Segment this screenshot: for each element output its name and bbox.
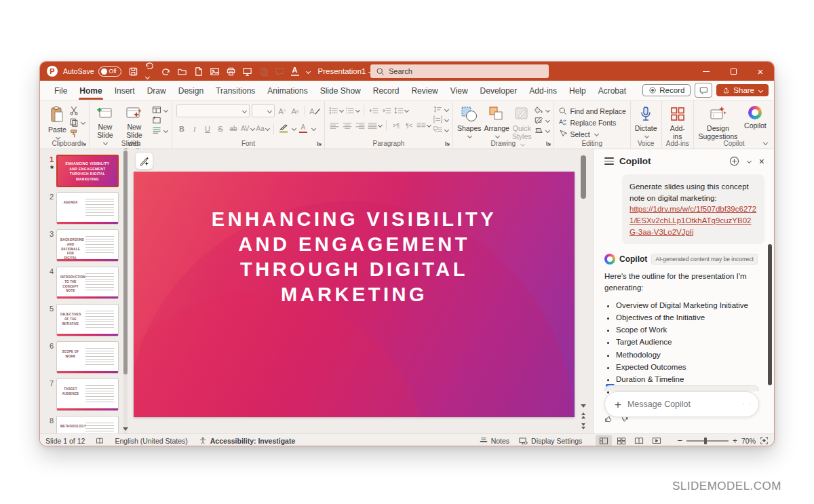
slide-3-thumbnail[interactable]: BACKGROUND AND RATIONALE FOR DIGITAL MAR… bbox=[56, 229, 119, 262]
justify-button[interactable] bbox=[368, 119, 382, 131]
dictate-button[interactable]: Dictate bbox=[635, 104, 657, 138]
copilot-button[interactable]: Copilot bbox=[741, 104, 770, 130]
character-spacing-button[interactable]: AV bbox=[241, 123, 254, 134]
scroll-down-arrow-icon[interactable] bbox=[581, 404, 586, 408]
normal-view-button[interactable] bbox=[596, 435, 612, 447]
tab-view[interactable]: View bbox=[444, 81, 474, 100]
cut-button[interactable] bbox=[69, 106, 85, 115]
align-right-button[interactable] bbox=[355, 119, 366, 131]
convert-to-smartart-button[interactable] bbox=[433, 125, 448, 134]
add-attachment-icon[interactable]: + bbox=[615, 399, 621, 410]
thumbnail-scrollbar-thumb[interactable] bbox=[123, 151, 128, 374]
columns-button[interactable] bbox=[416, 119, 431, 131]
copilot-scrollbar-thumb[interactable] bbox=[768, 244, 772, 385]
align-text-button[interactable] bbox=[433, 115, 448, 123]
search-box[interactable] bbox=[370, 64, 549, 78]
slideshow-view-button[interactable] bbox=[648, 435, 665, 447]
spellcheck-book-icon[interactable] bbox=[96, 437, 104, 445]
clipboard-dialog-launcher-icon[interactable] bbox=[81, 141, 87, 147]
user-message-link[interactable]: https://1drv.ms/w/c/1f507dbf39c62721/ESX… bbox=[629, 205, 756, 235]
print-icon[interactable] bbox=[226, 66, 236, 77]
previous-slide-button[interactable] bbox=[581, 412, 585, 419]
save-icon[interactable] bbox=[128, 66, 138, 77]
strikethrough-button[interactable]: S bbox=[215, 123, 226, 134]
message-copilot-input[interactable] bbox=[627, 400, 737, 409]
web-globe-icon[interactable] bbox=[743, 399, 743, 410]
tab-draw[interactable]: Draw bbox=[141, 81, 172, 100]
open-folder-icon[interactable] bbox=[177, 66, 187, 77]
bold-button[interactable]: B bbox=[176, 123, 187, 134]
zoom-slider-thumb[interactable] bbox=[704, 438, 707, 444]
shapes-button[interactable]: Shapes bbox=[457, 104, 482, 138]
highlight-pen-button[interactable] bbox=[278, 123, 289, 134]
font-size-select[interactable] bbox=[252, 104, 275, 117]
search-input[interactable] bbox=[389, 67, 524, 75]
thumbnail-item-7[interactable]: 7 TARGET AUDIENCE bbox=[43, 379, 130, 411]
tab-acrobat[interactable]: Acrobat bbox=[592, 81, 632, 100]
reset-slide-button[interactable] bbox=[152, 116, 168, 124]
select-button[interactable]: Select bbox=[558, 130, 626, 138]
tab-design[interactable]: Design bbox=[172, 81, 210, 100]
italic-button[interactable]: I bbox=[189, 123, 200, 134]
slide-sorter-view-button[interactable] bbox=[613, 435, 629, 447]
microphone-icon[interactable] bbox=[750, 400, 750, 410]
font-dialog-launcher-icon[interactable] bbox=[317, 141, 322, 147]
slide-layout-button[interactable] bbox=[152, 106, 168, 114]
zoom-slider[interactable] bbox=[686, 440, 729, 442]
paragraph-dialog-launcher-icon[interactable] bbox=[445, 141, 450, 147]
text-direction-button[interactable] bbox=[433, 105, 448, 113]
canvas-scrollbar-thumb[interactable] bbox=[581, 155, 586, 199]
new-slide-button[interactable]: New Slide bbox=[94, 104, 117, 144]
thumbnail-item-3[interactable]: 3 BACKGROUND AND RATIONALE FOR DIGITAL M… bbox=[43, 229, 130, 262]
tab-file[interactable]: File bbox=[48, 81, 73, 100]
shape-effects-button[interactable] bbox=[535, 126, 549, 134]
menu-hamburger-icon[interactable] bbox=[604, 157, 614, 165]
slide-8-thumbnail[interactable]: METHODOLOGY bbox=[56, 416, 119, 433]
thumbnail-item-4[interactable]: 4 INTRODUCTION TO THE CONCEPT NOTE bbox=[43, 267, 130, 299]
text-shadow-button[interactable]: ab bbox=[228, 123, 239, 134]
canvas-scrollbar[interactable] bbox=[580, 153, 587, 431]
underline-button[interactable]: U bbox=[202, 123, 213, 134]
change-case-button[interactable]: Aa bbox=[256, 123, 269, 134]
new-chat-icon[interactable] bbox=[729, 156, 739, 166]
zoom-out-button[interactable]: − bbox=[677, 435, 682, 446]
format-painter-button[interactable] bbox=[69, 129, 85, 138]
zoom-level[interactable]: 70% bbox=[741, 437, 756, 445]
copy-button[interactable] bbox=[69, 117, 85, 127]
grow-font-button[interactable]: A^ bbox=[277, 105, 288, 117]
fit-slide-to-window-icon[interactable] bbox=[760, 436, 769, 445]
customize-qat-chevron-icon[interactable] bbox=[306, 69, 311, 73]
font-color-icon[interactable]: A bbox=[291, 66, 299, 77]
decrease-indent-button[interactable] bbox=[368, 104, 379, 116]
tab-transitions[interactable]: Transitions bbox=[210, 81, 261, 100]
panel-chevron-down-icon[interactable] bbox=[747, 159, 752, 163]
present-icon[interactable] bbox=[242, 66, 252, 77]
slide-5-thumbnail[interactable]: OBJECTIVES OF THE INITIATIVE bbox=[56, 304, 119, 336]
copilot-input-box[interactable]: + bbox=[604, 391, 759, 417]
slide-1-thumbnail[interactable]: ENHANCING VISIBILITY AND ENGAGEMENT THRO… bbox=[56, 155, 119, 187]
tab-home[interactable]: Home bbox=[73, 81, 108, 100]
rtl-direction-button[interactable]: ¶< bbox=[404, 119, 414, 131]
thumbnail-item-1[interactable]: 1* ENHANCING VISIBILITY AND ENGAGEMENT T… bbox=[43, 155, 130, 187]
slide-title-text[interactable]: ENHANCING VISIBILITY AND ENGAGEMENT THRO… bbox=[164, 207, 544, 307]
new-file-icon[interactable] bbox=[193, 66, 204, 77]
slide-indicator[interactable]: Slide 1 of 12 bbox=[45, 437, 85, 445]
copilot-designer-button[interactable] bbox=[135, 152, 153, 170]
minimize-button[interactable] bbox=[693, 62, 720, 81]
slide-7-thumbnail[interactable]: TARGET AUDIENCE bbox=[56, 379, 119, 411]
tab-record[interactable]: Record bbox=[367, 81, 406, 100]
autosave-toggle[interactable]: Off bbox=[98, 66, 121, 77]
undo-icon[interactable] bbox=[144, 61, 155, 83]
numbering-button[interactable] bbox=[345, 104, 360, 116]
slide-6-thumbnail[interactable]: SCOPE OF WORK bbox=[56, 341, 119, 374]
tab-help[interactable]: Help bbox=[563, 81, 592, 100]
thumbnail-scrollbar[interactable] bbox=[123, 149, 128, 433]
scroll-down-arrow-icon[interactable] bbox=[123, 427, 128, 431]
reading-view-button[interactable] bbox=[631, 435, 647, 447]
tab-insert[interactable]: Insert bbox=[109, 81, 141, 100]
arrange-button[interactable]: Arrange bbox=[484, 104, 509, 138]
tab-add-ins[interactable]: Add-ins bbox=[523, 81, 563, 100]
replace-fonts-button[interactable]: Replace Fonts bbox=[558, 118, 626, 127]
shrink-font-button[interactable]: Av bbox=[290, 105, 301, 117]
find-and-replace-button[interactable]: Find and Replace bbox=[558, 106, 626, 115]
